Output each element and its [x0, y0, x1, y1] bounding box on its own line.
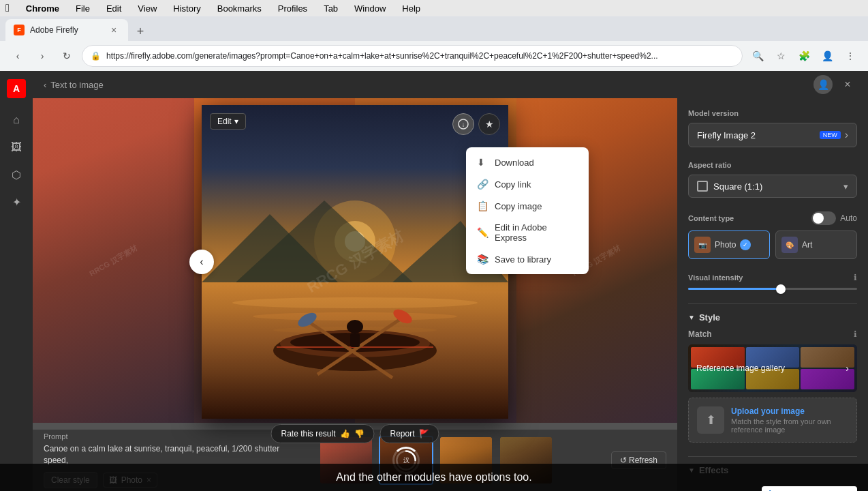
- sidebar-image-icon[interactable]: 🖼: [5, 136, 27, 158]
- back-button[interactable]: ‹: [8, 46, 27, 65]
- menu-chrome[interactable]: Chrome: [23, 2, 62, 15]
- menu-profiles[interactable]: Profiles: [275, 2, 310, 15]
- aspect-ratio-select[interactable]: Square (1:1) ▾: [688, 175, 857, 198]
- rate-result-button[interactable]: Rate this result 👍 👎: [270, 424, 374, 443]
- back-nav-label: Text to image: [50, 80, 103, 90]
- style-section-header[interactable]: ▼ Style: [688, 312, 857, 323]
- content-type-label: Content type: [688, 214, 734, 222]
- divider-1: [688, 303, 857, 304]
- copy-image-label: Copy image: [495, 201, 542, 211]
- toggle-knob: [813, 213, 824, 224]
- subtitle-text: And the other modules have options too.: [336, 471, 531, 483]
- forward-button[interactable]: ›: [33, 46, 52, 65]
- upload-icon: ⬆: [697, 406, 724, 434]
- address-bar: ‹ › ↻ 🔒 https://firefly.adobe.com/genera…: [0, 41, 868, 71]
- user-avatar[interactable]: 👤: [813, 75, 833, 94]
- tab-favicon: F: [14, 25, 25, 35]
- dropdown-copy-image[interactable]: 📋 Copy image: [466, 195, 589, 217]
- upload-text-area: Upload your image Match the style from y…: [731, 406, 848, 434]
- menu-window[interactable]: Window: [352, 2, 388, 15]
- close-button[interactable]: ×: [838, 75, 857, 94]
- match-label: Match: [688, 329, 712, 339]
- gallery-thumb-1[interactable]: RRCG 汉字素材: [33, 98, 194, 423]
- content-type-row: Content type Auto: [688, 211, 857, 225]
- upload-reference-button[interactable]: ⬆ Upload your image Match the style from…: [688, 398, 857, 443]
- profile-button[interactable]: 👤: [818, 46, 837, 65]
- slider-thumb[interactable]: [776, 284, 786, 294]
- active-tab[interactable]: F Adobe Firefly ×: [5, 19, 128, 41]
- prev-arrow-button[interactable]: ‹: [189, 250, 214, 274]
- svg-point-9: [253, 312, 457, 321]
- chevron-down-icon: ▼: [688, 314, 695, 321]
- art-option-icon: 🎨: [781, 237, 798, 253]
- dropdown-download[interactable]: ⬇ Download: [466, 151, 589, 173]
- menu-bookmarks[interactable]: Bookmarks: [215, 2, 264, 15]
- visual-intensity-label: Visual intensity: [688, 273, 743, 282]
- reference-gallery-button[interactable]: Reference image gallery ›: [688, 344, 857, 392]
- tab-close-button[interactable]: ×: [108, 24, 120, 36]
- menu-bar:  Chrome File Edit View History Bookmark…: [0, 0, 868, 16]
- prompt-label: Prompt: [44, 432, 303, 441]
- menu-file[interactable]: File: [73, 2, 93, 15]
- copy-icon: 📋: [477, 200, 488, 211]
- report-button[interactable]: Report 🚩: [380, 424, 439, 443]
- menu-history[interactable]: History: [170, 2, 203, 15]
- download-label: Download: [495, 158, 534, 168]
- auto-toggle[interactable]: [811, 211, 836, 225]
- menu-edit[interactable]: Edit: [104, 2, 124, 15]
- extensions-button[interactable]: 🧩: [794, 46, 813, 65]
- save-library-label: Save to library: [495, 254, 551, 265]
- new-tab-button[interactable]: +: [131, 22, 150, 41]
- aspect-ratio-label: Aspect ratio: [688, 161, 857, 169]
- lightbox-bottom-controls: Rate this result 👍 👎 Report 🚩: [270, 424, 439, 443]
- edit-express-label: Edit in Adobe Express: [495, 222, 578, 243]
- match-header: Match ℹ: [688, 329, 857, 339]
- sidebar-home-icon[interactable]: ⌂: [5, 109, 27, 131]
- visual-intensity-row: Visual intensity ℹ: [688, 273, 857, 282]
- lightbox-action-buttons: ↓ ★ ⬇ Download 🔗 Copy link: [452, 113, 500, 135]
- reload-button[interactable]: ↻: [57, 46, 76, 65]
- url-bar[interactable]: 🔒 https://firefly.adobe.com/generate/ima…: [82, 45, 743, 67]
- model-version-select[interactable]: Firefly Image 2 NEW ›: [688, 123, 857, 147]
- back-nav-button[interactable]: ‹ Text to image: [44, 80, 104, 90]
- favorite-action-button[interactable]: ★: [478, 113, 500, 135]
- dropdown-save-library[interactable]: 📚 Save to library: [466, 248, 589, 270]
- more-options-button[interactable]: ⋮: [841, 46, 860, 65]
- visual-intensity-info-icon[interactable]: ℹ: [854, 273, 857, 282]
- lightbox: RRCG 汉字素材 Edit ▾ ↓ ★: [202, 105, 508, 419]
- canoe-svg: [202, 105, 508, 419]
- model-badges: NEW ›: [820, 129, 848, 141]
- content-option-art[interactable]: 🎨 Art: [775, 230, 857, 259]
- menu-help[interactable]: Help: [399, 2, 423, 15]
- visual-intensity-slider[interactable]: [688, 288, 857, 290]
- aspect-dropdown-icon: ▾: [843, 181, 848, 192]
- linkedin-badge[interactable]: in Linkedin Learning: [762, 486, 857, 491]
- main-content: RRCG 汉字素材 RRCG 汉字素材 RRCG 汉字素材 RRCG 汉字素材: [33, 98, 677, 491]
- upload-sublabel: Match the style from your own reference …: [731, 417, 848, 434]
- new-badge: NEW: [820, 131, 841, 139]
- style-section: ▼ Style Match ℹ Reference image gallery: [688, 312, 857, 443]
- adobe-logo: A: [7, 79, 26, 98]
- menu-tab[interactable]: Tab: [321, 2, 341, 15]
- content-option-photo[interactable]: 📷 Photo ✓: [688, 230, 770, 259]
- download-action-button[interactable]: ↓: [452, 113, 474, 135]
- sidebar-effects-icon[interactable]: ✦: [5, 191, 27, 213]
- edit-button[interactable]: Edit ▾: [210, 113, 246, 130]
- dropdown-edit-express[interactable]: ✏️ Edit in Adobe Express: [466, 217, 589, 248]
- photo-option-label: Photo: [715, 240, 736, 250]
- auto-label: Auto: [840, 213, 857, 223]
- model-arrow-icon: ›: [845, 129, 848, 141]
- svg-rect-20: [350, 333, 360, 347]
- search-browser-button[interactable]: 🔍: [748, 46, 767, 65]
- match-info-icon[interactable]: ℹ: [854, 329, 857, 339]
- sidebar-vector-icon[interactable]: ⬡: [5, 164, 27, 185]
- flag-icon: 🚩: [419, 429, 429, 438]
- menu-view[interactable]: View: [135, 2, 159, 15]
- rate-label: Rate this result: [281, 429, 335, 438]
- left-sidebar: A ⌂ 🖼 ⬡ ✦: [0, 71, 33, 491]
- url-text: https://firefly.adobe.com/generate/image…: [106, 51, 734, 61]
- bookmark-button[interactable]: ☆: [771, 46, 790, 65]
- model-version-value: Firefly Image 2: [697, 130, 756, 140]
- app-container: A ⌂ 🖼 ⬡ ✦ ‹ Text to image 👤 × RRCG 汉字素材: [0, 71, 868, 491]
- dropdown-copy-link[interactable]: 🔗 Copy link: [466, 173, 589, 195]
